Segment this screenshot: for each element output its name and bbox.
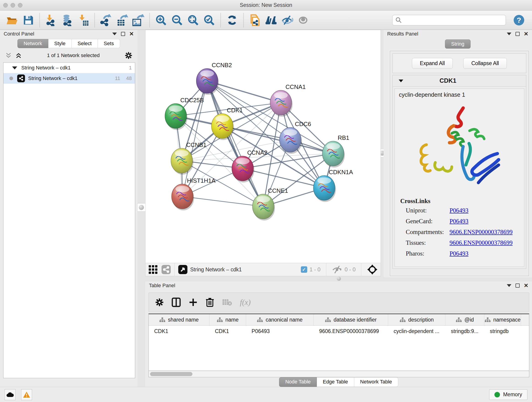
column-header-shared-name[interactable]: shared name	[149, 314, 209, 325]
export-table-button[interactable]	[115, 13, 129, 27]
add-column-icon[interactable]	[189, 298, 198, 307]
crosslink-link[interactable]: 9606.ENSP00000378699	[450, 239, 513, 246]
panel-float-icon[interactable]	[121, 32, 125, 36]
table-cell[interactable]: cyclin-dependent ...	[388, 328, 445, 334]
collapse-all-button[interactable]: Collapse All	[463, 58, 507, 69]
collapse-all-icon[interactable]	[5, 52, 12, 59]
crosslink-link[interactable]: P06493	[450, 207, 469, 214]
network-node-ccna1[interactable]: CCNA1	[270, 83, 306, 117]
network-node-ccnb1[interactable]: CCNB1	[171, 141, 206, 175]
table-cell[interactable]: 9606.ENSP00000378699	[314, 328, 388, 334]
column-header--id[interactable]: @id	[445, 314, 484, 325]
network-edge[interactable]	[182, 196, 263, 206]
cloud-services-button[interactable]	[5, 389, 16, 400]
network-collection-row[interactable]: String Network – cdk1 1	[3, 63, 135, 73]
tab-network[interactable]: Network	[17, 39, 48, 48]
tab-edge-table[interactable]: Edge Table	[317, 377, 354, 387]
right-splitter[interactable]	[381, 30, 384, 276]
search-input[interactable]	[392, 15, 506, 26]
column-header-name[interactable]: name	[209, 314, 246, 325]
show-all-button[interactable]	[297, 13, 310, 27]
table-cell[interactable]: stringdb	[484, 328, 521, 334]
section-collapse-icon[interactable]	[399, 80, 403, 82]
show-columns-icon[interactable]	[172, 298, 181, 307]
column-header-namespace[interactable]: namespace	[484, 314, 521, 325]
zoom-fit-button[interactable]	[186, 13, 200, 27]
table-horizontal-scrollbar[interactable]	[148, 371, 529, 377]
import-table-button[interactable]	[76, 13, 90, 27]
tab-select[interactable]: Select	[72, 39, 98, 48]
gear-icon[interactable]	[125, 51, 133, 59]
grid-view-icon[interactable]	[148, 265, 158, 274]
import-network-database-button[interactable]	[60, 13, 74, 27]
zoom-out-button[interactable]	[171, 13, 184, 27]
delete-column-trash-icon[interactable]	[206, 297, 214, 307]
table-cell[interactable]: stringdb:9...	[445, 328, 484, 334]
table-cell[interactable]: P06493	[246, 328, 314, 334]
hide-selected-button[interactable]	[280, 13, 294, 27]
table-cell[interactable]: CDK1	[149, 328, 209, 334]
network-name: String Network – cdk1	[28, 75, 77, 81]
save-session-button[interactable]	[22, 13, 35, 27]
panel-menu-icon[interactable]	[112, 32, 117, 35]
expand-all-icon[interactable]	[15, 52, 22, 59]
export-image-button[interactable]	[132, 13, 145, 27]
crosslink-link[interactable]: 9606.ENSP00000378699	[450, 229, 513, 236]
gene-section-header[interactable]: CDK1	[393, 75, 526, 87]
left-splitter-handle[interactable]	[137, 203, 146, 211]
bottom-splitter-handle[interactable]	[336, 275, 342, 282]
network-edge[interactable]	[207, 81, 263, 206]
birds-eye-view-icon[interactable]	[178, 264, 188, 274]
help-button[interactable]: ?	[512, 13, 526, 27]
zoom-selected-button[interactable]	[203, 13, 216, 27]
network-node-ccnb2[interactable]: CCNB2	[196, 62, 232, 95]
warnings-button[interactable]	[21, 389, 32, 400]
tab-style[interactable]: Style	[48, 39, 72, 48]
tab-node-table[interactable]: Node Table	[279, 377, 317, 387]
network-row-selected[interactable]: String Network – cdk1 11 48	[3, 73, 135, 84]
column-header-label: description	[408, 317, 434, 323]
tab-string[interactable]: String	[445, 39, 470, 49]
table-cell[interactable]: CDK1	[209, 328, 246, 334]
string-view-icon[interactable]	[161, 264, 171, 274]
pan-crosshair-icon[interactable]	[367, 264, 378, 275]
scrollbar-thumb[interactable]	[150, 372, 192, 376]
panel-close-icon[interactable]: ✕	[129, 32, 134, 36]
zoom-in-button[interactable]	[154, 13, 168, 27]
network-canvas[interactable]: CCNB2CCNA1CDC25BCDK1CDC6RB1CCNB1CCNA2CDK…	[145, 30, 381, 263]
panel-float-icon[interactable]	[515, 32, 520, 36]
column-type-icon	[159, 317, 165, 323]
column-header-description[interactable]: description	[388, 314, 445, 325]
table-row[interactable]: CDK1CDK1P064939606.ENSP00000378699cyclin…	[149, 326, 529, 337]
refresh-button[interactable]	[225, 13, 239, 27]
first-neighbors-button[interactable]	[264, 13, 278, 27]
collection-expand-icon[interactable]	[12, 66, 17, 70]
crosslink-link[interactable]: P06493	[450, 250, 469, 257]
expand-all-button[interactable]: Expand All	[412, 58, 453, 69]
network-node-hist1h1a[interactable]: HIST1H1A	[172, 177, 215, 211]
tab-network-table[interactable]: Network Table	[354, 377, 398, 387]
panel-float-icon[interactable]	[515, 283, 520, 288]
export-network-button[interactable]	[99, 13, 113, 27]
panel-menu-icon[interactable]	[507, 284, 511, 287]
import-network-file-button[interactable]	[44, 13, 58, 27]
panel-close-icon[interactable]: ✕	[524, 283, 528, 288]
network-node-cdkn1a[interactable]: CDKN1A	[313, 169, 353, 202]
column-header-database-identifier[interactable]: database identifier	[314, 314, 388, 325]
hidden-eye-slash-icon	[332, 265, 342, 274]
open-session-button[interactable]	[6, 13, 19, 27]
tab-sets[interactable]: Sets	[98, 39, 120, 48]
selected-checkbox[interactable]: ✓	[301, 266, 307, 273]
network-edge[interactable]	[222, 126, 333, 153]
panel-close-icon[interactable]: ✕	[524, 32, 528, 36]
panel-menu-icon[interactable]	[507, 32, 511, 35]
crosslink-link[interactable]: P06493	[450, 218, 469, 225]
column-header-canonical-name[interactable]: canonical name	[246, 314, 314, 325]
network-edge[interactable]	[243, 168, 324, 188]
left-splitter[interactable]	[138, 30, 145, 387]
network-node-rb1[interactable]: RB1	[322, 134, 349, 167]
memory-button[interactable]: Memory	[489, 389, 527, 400]
annotations-button[interactable]	[248, 13, 262, 27]
network-node-ccne1[interactable]: CCNE1	[253, 187, 288, 220]
table-settings-gear-icon[interactable]	[155, 298, 164, 307]
